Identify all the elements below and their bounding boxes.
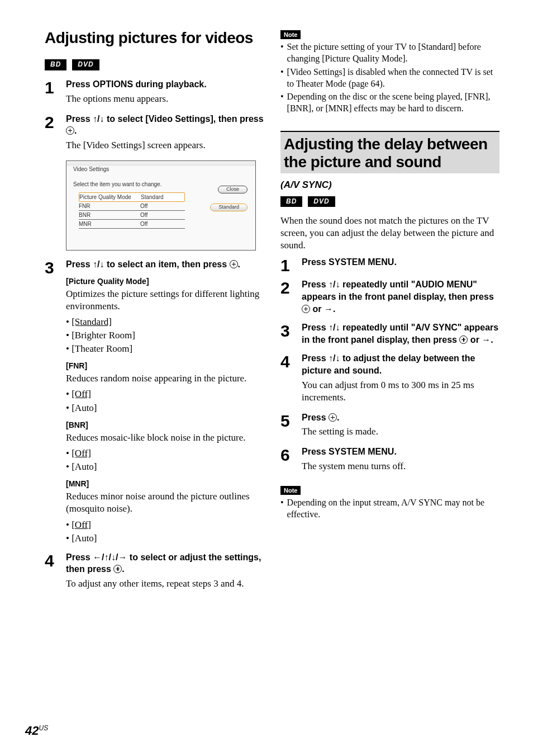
note-text: Depending on the disc or the scene being… [287,91,499,115]
item-text: [Off] [72,448,91,459]
t: Press [302,353,329,363]
panel-close-pill: Close [218,186,248,193]
section-items: [Off] [Auto] [66,388,264,414]
t: . [491,335,493,344]
row-name: BNR [79,211,140,219]
row-value: Off [140,211,179,219]
section-head: [Picture Quality Mode] [66,276,264,286]
note-text: [Video Settings] is disabled when the co… [287,67,499,90]
left-column: Adjusting pictures for videos BD DVD 1 P… [45,28,264,598]
section-fnr: [FNR] Reduces random noise appearing in … [66,361,264,414]
badge-dvd: DVD [308,196,335,207]
left-step-1: 1 Press OPTIONS during playback. The opt… [45,78,264,108]
panel-row-pqm: Picture Quality Mode Standard [79,192,185,202]
section-bnr: [BNR] Reduces mosaic-like block noise in… [66,420,264,473]
step-number: 4 [280,352,302,407]
section-pqm: [Picture Quality Mode] Optimizes the pic… [66,276,264,356]
enter-icon [459,336,468,344]
note-item: [Video Settings] is disabled when the co… [280,67,499,90]
note-text: Set the picture setting of your TV to [S… [287,41,499,65]
item-text: [Brighter Room] [72,330,135,341]
list-item: [Off] [66,519,264,531]
note-list-2: Depending on the input stream, A/V SYNC … [280,497,499,521]
section-desc: Optimizes the picture settings for diffe… [66,288,264,313]
list-item: [Off] [66,447,264,460]
section-mnr: [MNR] Reduces minor noise around the pic… [66,479,264,545]
step-number: 4 [45,551,66,593]
right-step-2: 2 Press ↑/↓ repeatedly until "AUDIO MENU… [280,278,499,317]
panel-title: Video Settings [73,166,249,173]
right-step-6: 6 Press SYSTEM MENU. The system menu tur… [280,446,499,476]
page-num-suffix: US [39,724,48,732]
step-number: 2 [280,278,302,317]
row-name: FNR [79,202,140,210]
step-number: 6 [280,446,302,476]
row-value: Standard [141,193,180,201]
arrow-right-icon: → [324,304,333,314]
step-title: Press ←/↑/↓/→ to select or adjust the se… [66,551,264,575]
t: . [238,259,240,269]
step-title: Press ↑/↓ to adjust the delay between th… [302,352,499,376]
left-step-4: 4 Press ←/↑/↓/→ to select or adjust the … [45,551,264,593]
step-title: Press ↑/↓ to select an item, then press … [66,258,264,271]
t: Press [302,413,329,422]
step-desc: The [Video Settings] screen appears. [66,139,264,152]
note-list-1: Set the picture setting of your TV to [S… [280,41,499,115]
step-desc: The setting is made. [302,426,499,438]
note-text: Depending on the input stream, A/V SYNC … [287,497,499,521]
row-name: MNR [79,220,140,228]
panel-standard-pill: Standard [210,204,248,211]
arrow-up-down-icon: ↑/↓ [329,280,340,289]
section-head: [FNR] [66,361,264,371]
list-item: [Auto] [66,402,264,414]
note-item: Depending on the disc or the scene being… [280,91,499,115]
step-title: Press ↑/↓ repeatedly until "A/V SYNC" ap… [302,322,499,346]
item-text: [Auto] [72,533,97,544]
badges-right: BD DVD [280,196,499,207]
step-desc: The system menu turns off. [302,460,499,472]
row-value: Off [140,202,179,210]
t: . [333,304,335,314]
left-step-3: 3 Press ↑/↓ to select an item, then pres… [45,258,264,547]
step-number: 3 [280,322,302,348]
t: Press [66,259,93,269]
section-desc: Reduces random noise appearing in the pi… [66,372,264,385]
badge-bd: BD [280,196,302,207]
enter-icon [302,305,310,313]
step-title: Press . [302,412,499,424]
note-badge-2: Note [280,486,301,495]
t: or [310,304,324,314]
left-heading: Adjusting pictures for videos [45,28,264,48]
step-title: Press ↑/↓ to select [Video Settings], th… [66,113,264,137]
item-text: [Auto] [72,403,97,413]
section-items: [Standard] [Brighter Room] [Theater Room… [66,316,264,355]
right-intro: When the sound does not match the pictur… [280,215,499,252]
item-text: [Standard] [72,316,112,327]
right-heading: Adjusting the delay between the picture … [280,131,499,173]
t: Press [302,280,329,289]
item-text: [Auto] [72,461,97,472]
step-number: 1 [45,78,66,108]
list-item: [Auto] [66,461,264,473]
panel-row-fnr: FNR Off [79,202,185,211]
note-badge: Note [280,30,301,39]
right-step-4: 4 Press ↑/↓ to adjust the delay between … [280,352,499,407]
list-item: [Standard] [66,316,264,328]
row-value: Off [140,220,179,228]
arrow-up-down-icon: ↑/↓ [329,353,340,363]
item-text: [Theater Room] [72,343,132,354]
right-step-5: 5 Press . The setting is made. [280,412,499,442]
item-text: [Off] [72,389,91,399]
video-settings-panel: Video Settings Select the item you want … [66,160,256,251]
t: . [122,564,124,574]
step-number: 3 [45,258,66,547]
arrow-all-icon: ←/↑/↓/→ [93,552,127,562]
t: or [468,335,482,344]
step-title: Press SYSTEM MENU. [302,446,499,458]
step-desc: The options menu appears. [66,93,264,105]
t: Press [66,552,93,562]
step-number: 1 [280,256,302,274]
t: to select an item, then press [104,259,230,269]
left-step-2: 2 Press ↑/↓ to select [Video Settings], … [45,113,264,155]
enter-icon [66,126,74,135]
